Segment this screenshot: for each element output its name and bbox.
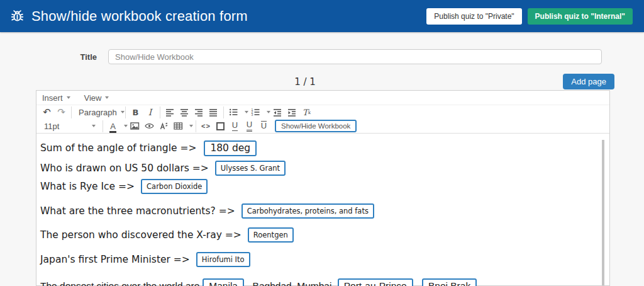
align-right-button[interactable]	[192, 106, 206, 118]
toolbar-divider	[103, 120, 103, 132]
answer-box[interactable]: Roentgen	[248, 227, 294, 243]
answer-box[interactable]: Ulysses S. Grant	[215, 161, 286, 176]
add-page-button[interactable]: Add page	[563, 74, 614, 89]
publish-private-button[interactable]: Publish quiz to "Private"	[426, 8, 521, 25]
editor-toolbar-row2: 11pt A <> U U U Show/Hide Work	[36, 119, 609, 134]
double-underline-button[interactable]: U	[242, 120, 257, 132]
question-text: Who is drawn on US 50 dollars =>	[40, 163, 209, 174]
insert-image-button[interactable]	[128, 120, 142, 132]
question-line: What is Rye Ice =>Carbon Dioxide	[40, 179, 601, 194]
bullet-list-button[interactable]	[226, 106, 241, 118]
toolbar-divider	[160, 106, 160, 118]
square-icon	[216, 122, 225, 130]
app-window: Show/hide workbook creation form Publish…	[0, 0, 644, 286]
question-line: The densest cities over the world areMan…	[40, 278, 601, 286]
rich-text-editor: Insert View ↶ ↷ Paragraph B I	[36, 90, 610, 286]
square-blank-button[interactable]	[213, 120, 228, 132]
showhide-workbook-button[interactable]: Show/Hide Workbook	[275, 120, 357, 132]
answer-box[interactable]: Manila	[203, 278, 244, 286]
question-line: What are the three macronutrients? =>Car…	[40, 203, 601, 219]
toolbar-divider	[196, 120, 196, 132]
align-center-button[interactable]	[177, 106, 192, 118]
outdent-button[interactable]	[270, 106, 285, 118]
align-justify-button[interactable]	[206, 106, 221, 118]
question-line: Who is drawn on US 50 dollars =>Ulysses …	[40, 161, 601, 176]
title-label: Title	[0, 52, 108, 62]
align-left-button[interactable]	[163, 106, 177, 118]
svg-text:3: 3	[252, 113, 253, 117]
question-text: ,	[416, 280, 419, 286]
chevron-down-icon	[67, 96, 70, 99]
question-text: Japan's first Prime Minister =>	[40, 254, 190, 265]
answer-box[interactable]: 180 deg	[204, 140, 257, 156]
text-color-button[interactable]: A	[106, 120, 120, 132]
answer-box[interactable]: Carbohydrates, proteins, and fats	[242, 203, 374, 219]
italic-button[interactable]: I	[143, 106, 157, 118]
question-text: Sum of the angle of triangle =>	[40, 142, 196, 154]
header-bar: Show/hide workbook creation form Publish…	[0, 0, 644, 32]
question-line: The person who discovered the X-ray =>Ro…	[40, 227, 601, 243]
indent-button[interactable]	[285, 106, 299, 118]
page-nav-row: 1 / 1 Add page	[0, 74, 644, 91]
answer-box[interactable]: Carbon Dioxide	[141, 179, 208, 194]
publish-internal-button[interactable]: Publish quiz to "Internal"	[528, 8, 633, 25]
question-text: What is Rye Ice =>	[40, 181, 135, 192]
question-text: What are the three macronutrients? =>	[40, 205, 235, 217]
block-format-dropdown[interactable]: Paragraph	[74, 106, 123, 118]
preview-eye-button[interactable]	[142, 120, 157, 132]
chevron-down-icon[interactable]	[189, 125, 193, 127]
question-text: , Baghdad, Mumbai,	[247, 280, 335, 286]
undo-button[interactable]: ↶	[40, 106, 54, 118]
bug-icon	[9, 8, 26, 25]
toolbar-divider	[71, 106, 72, 118]
bold-button[interactable]: B	[128, 106, 143, 118]
table-button[interactable]	[171, 120, 186, 132]
overline-button[interactable]: U	[257, 120, 271, 132]
chevron-down-icon	[105, 96, 109, 99]
clear-formatting-button[interactable]: Tx	[299, 106, 314, 118]
editor-content-area[interactable]: Sum of the angle of triangle =>180 deg W…	[36, 134, 609, 286]
editor-toolbar-row1: ↶ ↷ Paragraph B I	[36, 105, 609, 119]
page-title: Show/hide workbook creation form	[31, 8, 248, 25]
page-indicator: 1 / 1	[0, 76, 610, 88]
editor-menubar: Insert View	[36, 91, 609, 105]
underline-button[interactable]: U	[228, 120, 242, 132]
question-line: Japan's first Prime Minister =>Hirofumi …	[40, 252, 601, 267]
question-text: The densest cities over the world are	[40, 280, 199, 286]
chevron-down-icon	[121, 111, 125, 113]
question-line: Sum of the angle of triangle =>180 deg	[40, 140, 601, 156]
source-code-button[interactable]: <>	[199, 120, 213, 132]
title-row: Title	[0, 49, 644, 64]
menu-view[interactable]: View	[84, 93, 109, 103]
toolbar-divider	[125, 106, 126, 118]
question-text: The person who discovered the X-ray =>	[40, 229, 242, 241]
answer-box[interactable]: Bnei Brak	[422, 278, 477, 286]
font-size-dropdown[interactable]: 11pt	[40, 120, 100, 132]
toolbar-divider	[223, 106, 224, 118]
menu-insert[interactable]: Insert	[42, 93, 70, 103]
header-actions: Publish quiz to "Private" Publish quiz t…	[426, 8, 633, 25]
editor-scrollbar[interactable]	[602, 140, 604, 285]
title-input[interactable]	[108, 49, 602, 64]
ruby-annotation-button[interactable]	[157, 120, 171, 132]
chevron-down-icon	[92, 125, 96, 127]
answer-box[interactable]: Port-au-Prince	[338, 278, 413, 286]
redo-button[interactable]: ↷	[54, 106, 69, 118]
answer-box[interactable]: Hirofumi Ito	[196, 252, 250, 267]
numbered-list-button[interactable]: 123	[248, 106, 263, 118]
